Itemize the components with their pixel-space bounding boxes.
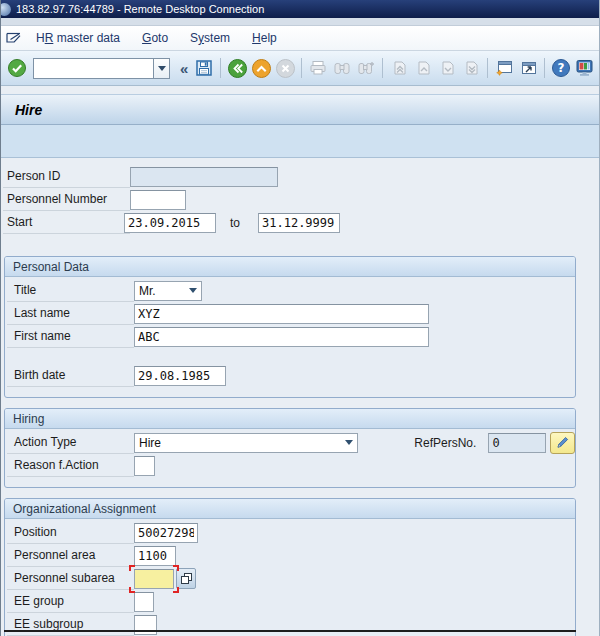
personal-data-header: Personal Data (5, 257, 575, 277)
ee-subgroup-label: EE subgroup (7, 613, 134, 636)
chevron-down-icon (189, 288, 197, 293)
cancel-icon (273, 56, 297, 80)
create-shortcut-icon[interactable] (516, 56, 540, 80)
hiring-title: Hiring (13, 412, 44, 426)
personal-data-body: Title Mr. Last name First name (5, 277, 575, 397)
start-row: Start to (3, 211, 579, 234)
position-row: Position (7, 521, 575, 544)
to-label: to (230, 216, 240, 230)
start-date-field[interactable] (124, 213, 216, 233)
value-help-button[interactable] (176, 568, 196, 589)
remote-desktop-window: 183.82.97.76:44789 - Remote Desktop Conn… (0, 0, 600, 636)
menu-system[interactable]: System (179, 29, 241, 47)
focus-corner (129, 587, 135, 593)
collapse-command-icon[interactable]: « (180, 60, 188, 77)
position-field[interactable] (134, 523, 198, 543)
title-label: Title (7, 279, 134, 302)
edit-pencil-button[interactable] (550, 432, 575, 454)
first-name-row: First name (7, 325, 575, 348)
personnel-number-label: Personnel Number (3, 188, 130, 211)
focus-corner (173, 565, 179, 571)
last-name-field[interactable] (134, 304, 429, 324)
action-type-value: Hire (139, 436, 161, 450)
customize-layout-icon[interactable] (573, 56, 597, 80)
reason-label: Reason f.Action (7, 454, 134, 477)
start-label: Start (3, 211, 130, 234)
hiring-group: Hiring Action Type Hire RefPersNo. (4, 408, 576, 488)
rdp-app-icon (1, 3, 11, 16)
position-label: Position (7, 521, 134, 544)
find-next-icon (354, 56, 378, 80)
personal-data-title: Personal Data (13, 260, 89, 274)
next-page-icon (435, 56, 459, 80)
command-dropdown-icon[interactable] (153, 58, 170, 79)
ee-group-field[interactable] (134, 592, 154, 612)
last-page-icon (459, 56, 483, 80)
birth-date-field[interactable] (134, 366, 226, 386)
action-type-dropdown[interactable]: Hire (134, 433, 358, 453)
command-input[interactable] (33, 58, 153, 79)
personal-data-group: Personal Data Title Mr. Last name (4, 256, 576, 398)
last-name-label: Last name (7, 302, 134, 325)
toolbar-separator (487, 58, 488, 78)
personnel-number-field[interactable] (130, 190, 186, 210)
birth-date-label: Birth date (7, 364, 134, 387)
menu-hr-master-data[interactable]: HR master data (25, 29, 131, 47)
command-field-group (33, 58, 170, 79)
personnel-number-row: Personnel Number (3, 188, 579, 211)
toolbar-separator (220, 58, 221, 78)
end-date-field[interactable] (258, 213, 340, 233)
window-bottom-edge (4, 630, 576, 632)
toolbar-separator (544, 58, 545, 78)
ee-group-row: EE group (7, 590, 575, 613)
spacer (5, 348, 575, 364)
chevron-down-icon (345, 440, 353, 445)
reason-row: Reason f.Action (7, 454, 575, 477)
action-type-row: Action Type Hire RefPersNo. (7, 431, 575, 454)
hiring-body: Action Type Hire RefPersNo. (5, 429, 575, 487)
help-icon[interactable]: ? (549, 56, 573, 80)
first-page-icon (387, 56, 411, 80)
standard-toolbar: « (1, 51, 599, 86)
first-name-field[interactable] (134, 327, 429, 347)
main-form-area: Person ID Personnel Number Start to Pers… (1, 158, 599, 636)
system-menu-icon[interactable] (1, 32, 25, 44)
screen-title-bar: Hire (1, 94, 599, 125)
back-icon[interactable] (225, 56, 249, 80)
personnel-area-row: Personnel area (7, 544, 575, 567)
personnel-subarea-label: Personnel subarea (7, 567, 134, 590)
title-dropdown[interactable]: Mr. (134, 281, 202, 301)
application-toolbar-band (1, 125, 599, 158)
spacer (1, 86, 599, 94)
page-title: Hire (15, 102, 42, 118)
toolbar-separator (382, 58, 383, 78)
find-icon (330, 56, 354, 80)
person-id-field (130, 167, 278, 187)
action-type-label: Action Type (7, 431, 134, 454)
print-icon (306, 56, 330, 80)
menu-help[interactable]: Help (241, 29, 288, 47)
personnel-subarea-row: Personnel subarea (7, 567, 575, 590)
org-assignment-title: Organizational Assignment (13, 502, 156, 516)
org-assignment-body: Position Personnel area Personnel subare… (5, 519, 575, 636)
exit-icon[interactable] (249, 56, 273, 80)
personnel-area-field[interactable] (134, 546, 176, 566)
new-session-icon[interactable] (492, 56, 516, 80)
reason-field[interactable] (134, 456, 155, 476)
last-name-row: Last name (7, 302, 575, 325)
focus-corner (129, 565, 135, 571)
ee-subgroup-row: EE subgroup (7, 613, 575, 636)
personnel-subarea-field[interactable] (134, 569, 174, 589)
title-value: Mr. (139, 284, 156, 298)
person-id-label: Person ID (3, 165, 130, 188)
first-name-label: First name (7, 325, 134, 348)
ref-pers-no-label: RefPersNo. (414, 436, 476, 450)
previous-page-icon (411, 56, 435, 80)
menu-goto[interactable]: Goto (131, 29, 179, 47)
person-id-row: Person ID (3, 165, 579, 188)
personnel-area-label: Personnel area (7, 544, 134, 567)
enter-icon[interactable] (5, 56, 29, 80)
save-icon[interactable] (192, 56, 216, 80)
spacer (1, 234, 579, 256)
titlebar-strip (1, 18, 599, 26)
